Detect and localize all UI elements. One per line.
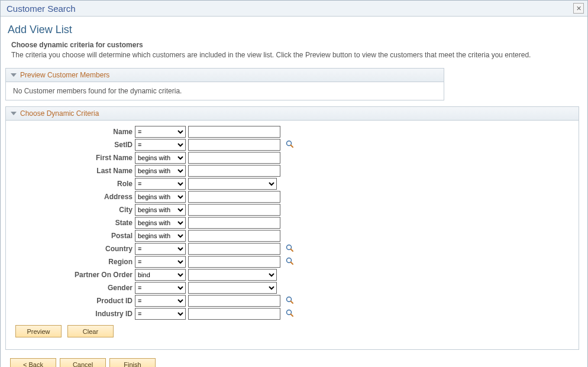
criteria-label: Role [13, 177, 134, 190]
criteria-operator-select[interactable]: = [135, 139, 186, 151]
criteria-operator-select[interactable]: begins with [135, 230, 186, 242]
criteria-row: Partner On Orderbind [13, 268, 296, 281]
lookup-icon[interactable] [285, 308, 295, 318]
criteria-row: Industry ID= [13, 307, 296, 320]
criteria-operator-select[interactable]: = [135, 308, 186, 320]
criteria-section-header[interactable]: Choose Dynamic Criteria [6, 107, 579, 121]
criteria-value-input[interactable] [188, 256, 280, 268]
criteria-operator-select[interactable]: begins with [135, 165, 186, 177]
criteria-label: Partner On Order [13, 268, 134, 281]
criteria-value-input[interactable] [188, 165, 280, 177]
instructions-body: The criteria you choose will determine w… [11, 50, 577, 60]
criteria-value-input[interactable] [188, 308, 280, 320]
criteria-operator-select[interactable]: = [135, 295, 186, 307]
criteria-button-row: Preview Clear [13, 320, 571, 345]
triangle-down-icon [11, 73, 17, 77]
criteria-operator-select[interactable]: begins with [135, 217, 186, 229]
preview-section-header[interactable]: Preview Customer Members [6, 69, 444, 82]
customer-search-dialog: Customer Search ✕ Add View List Choose d… [0, 0, 588, 367]
criteria-row: Product ID= [13, 294, 296, 307]
svg-line-5 [291, 262, 293, 265]
lookup-icon[interactable] [285, 243, 295, 253]
criteria-section-body: Name=SetID=First Namebegins withLast Nam… [6, 121, 579, 349]
criteria-value-input[interactable] [188, 191, 280, 203]
criteria-operator-select[interactable]: = [135, 282, 186, 294]
criteria-value-input[interactable] [188, 243, 280, 255]
criteria-operator-select[interactable]: = [135, 126, 186, 138]
criteria-operator-select[interactable]: = [135, 256, 186, 268]
criteria-label: Product ID [13, 294, 134, 307]
criteria-row: Last Namebegins with [13, 164, 296, 177]
criteria-operator-select[interactable]: begins with [135, 204, 186, 216]
triangle-down-icon [11, 112, 17, 115]
criteria-label: Industry ID [13, 307, 134, 320]
back-button[interactable]: < Back [10, 358, 56, 367]
preview-section-title: Preview Customer Members [20, 71, 109, 79]
lookup-icon[interactable] [285, 256, 295, 266]
cancel-button[interactable]: Cancel [60, 358, 106, 367]
preview-section-body: No Customer members found for the dynami… [6, 82, 444, 100]
criteria-row: Country= [13, 242, 296, 255]
preview-empty-message: No Customer members found for the dynami… [13, 87, 182, 95]
criteria-value-select[interactable] [188, 178, 277, 190]
criteria-operator-select[interactable]: bind [135, 269, 186, 281]
svg-line-3 [291, 249, 293, 252]
svg-line-9 [291, 314, 293, 317]
window-title: Customer Search [7, 4, 76, 14]
criteria-label: Postal [13, 229, 134, 242]
criteria-label: Address [13, 190, 134, 203]
criteria-label: Gender [13, 281, 134, 294]
criteria-value-input[interactable] [188, 152, 280, 164]
criteria-label: SetID [13, 138, 134, 151]
criteria-value-input[interactable] [188, 139, 280, 151]
preview-section: Preview Customer Members No Customer mem… [5, 68, 444, 100]
criteria-operator-select[interactable]: begins with [135, 152, 186, 164]
titlebar: Customer Search ✕ [1, 1, 587, 17]
criteria-row: First Namebegins with [13, 151, 296, 164]
criteria-label: Last Name [13, 164, 134, 177]
instructions: Choose dynamic criteria for customers Th… [5, 41, 583, 66]
criteria-label: Name [13, 125, 134, 138]
criteria-label: Country [13, 242, 134, 255]
criteria-operator-select[interactable]: begins with [135, 191, 186, 203]
criteria-row: Statebegins with [13, 216, 296, 229]
criteria-row: Name= [13, 125, 296, 138]
criteria-value-select[interactable] [188, 269, 277, 281]
criteria-row: Role= [13, 177, 296, 190]
criteria-row: Gender= [13, 281, 296, 294]
criteria-row: SetID= [13, 138, 296, 151]
criteria-label: First Name [13, 151, 134, 164]
svg-line-7 [291, 301, 293, 304]
clear-button[interactable]: Clear [67, 325, 114, 337]
svg-line-1 [291, 145, 293, 148]
criteria-label: City [13, 203, 134, 216]
criteria-value-input[interactable] [188, 217, 280, 229]
criteria-row: Addressbegins with [13, 190, 296, 203]
lookup-icon[interactable] [285, 295, 295, 305]
criteria-label: Region [13, 255, 134, 268]
content-area: Add View List Choose dynamic criteria fo… [1, 17, 587, 367]
finish-button[interactable]: Finish [109, 358, 156, 367]
criteria-row: Postalbegins with [13, 229, 296, 242]
criteria-row: Citybegins with [13, 203, 296, 216]
lookup-icon[interactable] [285, 139, 295, 149]
criteria-value-input[interactable] [188, 230, 280, 242]
criteria-value-input[interactable] [188, 204, 280, 216]
criteria-operator-select[interactable]: = [135, 243, 186, 255]
close-icon[interactable]: ✕ [573, 3, 584, 14]
criteria-section: Choose Dynamic Criteria Name=SetID=First… [5, 106, 579, 350]
instructions-heading: Choose dynamic criteria for customers [11, 41, 577, 49]
criteria-value-select[interactable] [188, 282, 277, 294]
wizard-button-row: < Back Cancel Finish [5, 356, 583, 367]
criteria-value-input[interactable] [188, 295, 280, 307]
criteria-row: Region= [13, 255, 296, 268]
page-title: Add View List [5, 20, 583, 41]
criteria-operator-select[interactable]: = [135, 178, 186, 190]
criteria-section-title: Choose Dynamic Criteria [20, 109, 99, 118]
criteria-label: State [13, 216, 134, 229]
preview-button[interactable]: Preview [15, 325, 62, 337]
criteria-table: Name=SetID=First Namebegins withLast Nam… [13, 125, 296, 320]
criteria-value-input[interactable] [188, 126, 280, 138]
